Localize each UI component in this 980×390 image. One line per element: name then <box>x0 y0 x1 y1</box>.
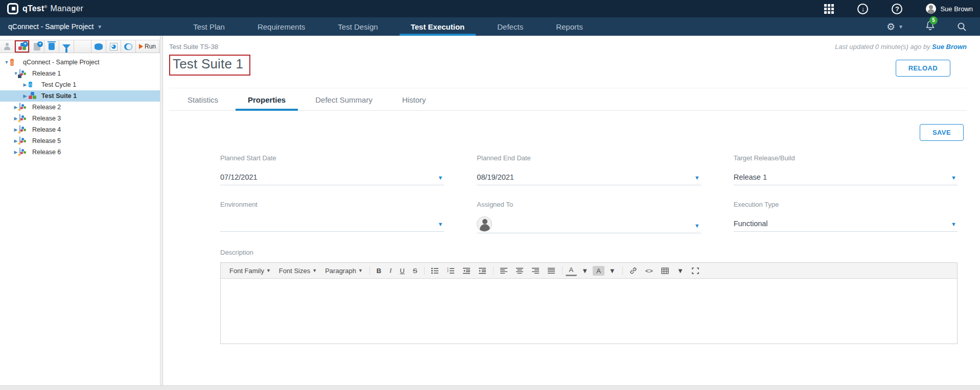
help-icon[interactable]: ? <box>892 4 902 14</box>
field-label: Execution Type <box>734 201 958 208</box>
logo-product: Manager <box>51 4 84 13</box>
tree-item-release-1[interactable]: ▼ Release 1 <box>0 68 160 79</box>
delete-icon[interactable] <box>44 40 59 53</box>
chevron-down-icon[interactable]: ▼ <box>951 175 956 181</box>
align-center-icon[interactable] <box>512 266 527 276</box>
table-caret-icon[interactable]: ▼ <box>673 265 687 276</box>
justify-icon[interactable] <box>544 266 559 276</box>
expand-arrow-icon[interactable]: ▶ <box>21 82 29 87</box>
description-textarea[interactable] <box>221 279 957 344</box>
tree-item-release-4[interactable]: ▶ ★ Release 4 <box>0 124 160 135</box>
strikethrough-button[interactable]: S <box>409 265 421 276</box>
search-icon[interactable] <box>957 22 967 32</box>
tree-item-test-suite-1[interactable]: ▶ Test Suite 1 <box>0 90 160 102</box>
assigned-to-select[interactable]: ▼ <box>477 216 701 233</box>
release-icon: ★ <box>19 114 20 122</box>
properties-panel: SAVE Planned Start Date 07/12/2021 ▼ Pla… <box>163 111 980 344</box>
run-button[interactable]: Run <box>136 40 159 53</box>
background-color-caret-icon[interactable]: ▼ <box>605 265 619 276</box>
text-color-button[interactable]: A <box>566 265 577 276</box>
bold-button[interactable]: B <box>373 265 385 276</box>
tab-test-execution[interactable]: Test Execution <box>394 17 481 36</box>
project-selector[interactable]: qConnect - Sample Project ▼ <box>0 17 110 36</box>
datasets-icon[interactable] <box>91 40 106 53</box>
tab-test-design[interactable]: Test Design <box>321 17 394 36</box>
table-icon[interactable] <box>658 266 672 276</box>
description-section: Description Font Family▼ Font Sizes▼ Par… <box>220 249 958 344</box>
settings-menu[interactable]: ⚙ ▼ <box>886 21 903 33</box>
chevron-down-icon[interactable]: ▼ <box>437 175 443 181</box>
font-sizes-dropdown[interactable]: Font Sizes▼ <box>275 265 320 276</box>
field-value: Functional <box>734 220 768 228</box>
environment-select[interactable]: ▼ <box>220 216 444 232</box>
decrease-indent-icon[interactable] <box>459 266 474 276</box>
tab-test-plan[interactable]: Test Plan <box>177 17 241 36</box>
reports-icon[interactable] <box>106 40 121 53</box>
notification-badge: 5 <box>929 16 938 25</box>
tab-defect-summary[interactable]: Defect Summary <box>303 88 385 110</box>
tree-item-label: Test Suite 1 <box>41 92 77 100</box>
tree-item-release-5[interactable]: ▶ ★ Release 5 <box>0 135 160 147</box>
field-target-release: Target Release/Build Release 1 ▼ <box>734 154 958 185</box>
last-updated-user-link[interactable]: Sue Brown <box>932 43 967 51</box>
logo-reg-mark: ® <box>44 5 47 9</box>
text-color-caret-icon[interactable]: ▼ <box>578 265 592 276</box>
expand-arrow-icon[interactable]: ▼ <box>3 60 10 65</box>
tab-history[interactable]: History <box>390 88 438 110</box>
code-button[interactable]: <> <box>642 265 657 276</box>
tree-item-test-cycle-1[interactable]: ▶ ∩ Test Cycle 1 <box>0 79 160 90</box>
chevron-down-icon[interactable]: ▼ <box>694 223 700 229</box>
tab-requirements[interactable]: Requirements <box>241 17 321 36</box>
app-launcher-icon[interactable] <box>824 4 834 14</box>
link-icon[interactable] <box>626 266 641 276</box>
avatar <box>926 4 936 14</box>
tab-defects[interactable]: Defects <box>481 17 540 36</box>
tree-item-project[interactable]: ▼ ⌂ qConnect - Sample Project <box>0 57 160 68</box>
execution-type-select[interactable]: Functional ▼ <box>734 216 958 232</box>
qtest-logo: qTest®Manager <box>7 3 83 14</box>
tab-statistics[interactable]: Statistics <box>175 88 230 110</box>
chevron-down-icon[interactable]: ▼ <box>437 221 443 227</box>
user-menu[interactable]: Sue Brown <box>926 4 973 14</box>
assignee-avatar-icon <box>477 216 492 232</box>
target-release-select[interactable]: Release 1 ▼ <box>734 170 958 185</box>
underline-button[interactable]: U <box>396 265 408 276</box>
star-icon: ★ <box>17 108 21 112</box>
chevron-down-icon: ▼ <box>97 24 102 30</box>
filter-icon[interactable] <box>59 40 74 53</box>
font-family-dropdown[interactable]: Font Family▼ <box>226 265 274 276</box>
expand-arrow-icon[interactable]: ▶ <box>21 93 29 99</box>
add-test-suite-icon[interactable]: + <box>15 40 30 53</box>
numbered-list-icon[interactable]: 12 <box>444 266 458 276</box>
add-user-icon[interactable] <box>0 40 15 53</box>
align-right-icon[interactable] <box>528 266 543 276</box>
align-left-icon[interactable] <box>497 266 511 276</box>
field-label: Planned End Date <box>477 154 701 162</box>
test-suite-detail: Test Suite TS-38 Last updated 0 minute(s… <box>163 36 980 385</box>
bullet-list-icon[interactable] <box>428 266 442 276</box>
tree-item-release-6[interactable]: ▶ ★ Release 6 <box>0 147 160 158</box>
tree-item-release-2[interactable]: ▶ ★ Release 2 <box>0 102 160 113</box>
user-name: Sue Brown <box>940 5 973 13</box>
tab-reports[interactable]: Reports <box>540 17 599 36</box>
tab-properties[interactable]: Properties <box>236 88 298 110</box>
planned-start-date-input[interactable]: 07/12/2021 ▼ <box>220 170 444 185</box>
chevron-down-icon[interactable]: ▼ <box>951 221 956 227</box>
download-icon[interactable]: ↓ <box>857 4 868 14</box>
background-color-button[interactable]: A <box>593 266 604 276</box>
page-title[interactable]: Test Suite 1 <box>173 56 243 71</box>
fullscreen-icon[interactable] <box>688 266 703 276</box>
tree-item-release-3[interactable]: ▶ ★ Release 3 <box>0 113 160 124</box>
paragraph-dropdown[interactable]: Paragraph▼ <box>321 265 366 276</box>
toolbar-spacer <box>74 40 91 53</box>
planned-end-date-input[interactable]: 08/19/2021 ▼ <box>477 170 701 185</box>
chevron-down-icon[interactable]: ▼ <box>694 175 700 181</box>
save-button[interactable]: SAVE <box>920 124 964 141</box>
toggle-view-icon[interactable] <box>121 40 136 53</box>
reload-button[interactable]: RELOAD <box>896 60 950 77</box>
italic-button[interactable]: I <box>386 265 395 276</box>
notifications-button[interactable]: 5 <box>926 21 935 33</box>
release-icon <box>19 69 20 77</box>
increase-indent-icon[interactable] <box>475 266 490 276</box>
add-test-run-icon[interactable]: + <box>30 40 44 53</box>
